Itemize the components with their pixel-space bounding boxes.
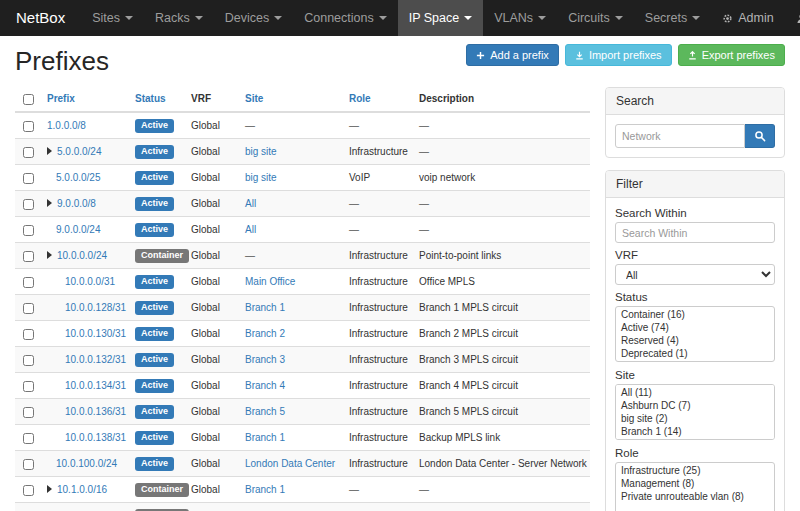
role-cell: — [341,112,411,139]
site-multiselect[interactable]: All (11)Ashburn DC (7)big site (2)Branch… [615,384,775,440]
row-checkbox[interactable] [23,199,34,210]
prefix-link[interactable]: 9.0.0.0/8 [57,198,96,209]
filter-option[interactable]: Reserved (4) [617,334,773,347]
nav-item-sites[interactable]: Sites [81,0,144,36]
column-header-label[interactable]: Role [349,93,371,104]
status-cell: Active [127,320,183,346]
site-link[interactable]: Branch 1 [245,484,285,495]
site-link[interactable]: big site [245,172,277,183]
nav-item-circuits[interactable]: Circuits [557,0,634,36]
nav-item-secrets[interactable]: Secrets [634,0,711,36]
prefix-link[interactable]: 1.0.0.0/8 [47,120,86,131]
prefix-link[interactable]: 10.0.0.136/31 [65,406,126,417]
prefix-link[interactable]: 10.0.0.132/31 [65,354,126,365]
export-prefixes-button[interactable]: Export prefixes [678,44,785,66]
site-link[interactable]: big site [245,146,277,157]
nav-item-admin[interactable]: Admin [711,0,784,36]
site-link[interactable]: All [245,224,256,235]
row-checkbox[interactable] [23,303,34,314]
app-brand[interactable]: NetBox [0,0,81,36]
prefix-link[interactable]: 10.0.0.0/31 [65,276,115,287]
role-cell: Infrastructure [341,242,411,268]
prefix-row: 10.0.0.128/31ActiveGlobalBranch 1Infrast… [15,294,590,320]
nav-item-profile[interactable]: Profile [785,0,800,36]
row-checkbox[interactable] [23,355,34,366]
site-link[interactable]: Main Office [245,276,295,287]
prefix-link[interactable]: 10.0.0.0/24 [57,250,107,261]
expand-toggle-icon[interactable] [47,251,52,259]
search-input[interactable] [615,124,745,148]
filter-option[interactable]: Branch 2 (10) [617,438,773,440]
row-checkbox[interactable] [23,121,34,132]
vrf-cell: Global [183,242,237,268]
column-header-label[interactable]: Status [135,93,166,104]
status-badge: Active [135,457,174,471]
nav-item-racks[interactable]: Racks [144,0,214,36]
filter-option[interactable]: Ashburn DC (7) [617,399,773,412]
search-within-input[interactable] [615,222,775,243]
filter-option[interactable]: Private unrouteable vlan (8) [617,490,773,503]
row-checkbox[interactable] [23,459,34,470]
filter-option[interactable]: Container (16) [617,308,773,321]
status-multiselect[interactable]: Container (16)Active (74)Reserved (4)Dep… [615,306,775,362]
import-prefixes-button[interactable]: Import prefixes [565,44,672,66]
row-checkbox[interactable] [23,277,34,288]
expand-toggle-icon[interactable] [47,147,52,155]
row-checkbox[interactable] [23,147,34,158]
prefix-cell: 10.0.0.130/31 [39,320,127,346]
row-checkbox[interactable] [23,225,34,236]
prefix-link[interactable]: 10.0.0.128/31 [65,302,126,313]
chevron-down-icon [464,16,472,20]
select-all-checkbox[interactable] [23,94,34,105]
nav-item-ip-space[interactable]: IP Space [398,0,484,36]
row-checkbox[interactable] [23,173,34,184]
row-checkbox[interactable] [23,433,34,444]
site-link[interactable]: Branch 2 [245,328,285,339]
search-button[interactable] [745,124,775,148]
column-header-label[interactable]: Site [245,93,263,104]
status-badge: Active [135,301,174,315]
nav-item-devices[interactable]: Devices [214,0,293,36]
site-link[interactable]: London Data Center [245,458,335,469]
site-link[interactable]: Branch 1 [245,432,285,443]
expand-toggle-icon[interactable] [47,199,52,207]
add-a-prefix-button[interactable]: Add a prefix [466,44,559,66]
filter-option[interactable]: Deprecated (1) [617,347,773,360]
site-link[interactable]: Branch 3 [245,354,285,365]
nav-item-connections[interactable]: Connections [293,0,398,36]
role-cell: Infrastructure [341,138,411,164]
filter-option[interactable]: All (11) [617,386,773,399]
row-checkbox[interactable] [23,381,34,392]
prefix-link[interactable]: 10.1.0.0/16 [57,484,107,495]
search-panel-title: Search [606,88,784,115]
vrf-select[interactable]: All [615,264,775,285]
row-checkbox[interactable] [23,251,34,262]
prefix-link[interactable]: 10.0.0.138/31 [65,432,126,443]
column-header-label[interactable]: Prefix [47,93,75,104]
role-multiselect[interactable]: Infrastructure (25)Management (8)Private… [615,462,775,511]
column-header-label: Description [419,93,474,104]
row-checkbox[interactable] [23,485,34,496]
filter-option[interactable]: Management (8) [617,477,773,490]
row-checkbox[interactable] [23,407,34,418]
prefix-link[interactable]: 9.0.0.0/24 [56,224,100,235]
prefix-link[interactable]: 10.0.100.0/24 [56,458,117,469]
site-link[interactable]: Branch 5 [245,406,285,417]
prefix-link[interactable]: 10.0.0.134/31 [65,380,126,391]
row-checkbox[interactable] [23,329,34,340]
filter-option[interactable]: Infrastructure (25) [617,464,773,477]
nav-item-vlans[interactable]: VLANs [483,0,557,36]
site-link[interactable]: All [245,198,256,209]
row-select-cell [15,164,39,190]
prefix-link[interactable]: 5.0.0.0/25 [56,172,100,183]
site-link[interactable]: Branch 4 [245,380,285,391]
expand-toggle-icon[interactable] [47,485,52,493]
filter-option[interactable]: big site (2) [617,412,773,425]
status-cell: Active [127,138,183,164]
prefix-link[interactable]: 5.0.0.0/24 [57,146,101,157]
site-cell: big site [237,138,341,164]
site-link[interactable]: Branch 1 [245,302,285,313]
filter-option[interactable]: Active (74) [617,321,773,334]
filter-option[interactable]: Branch 1 (14) [617,425,773,438]
prefix-link[interactable]: 10.0.0.130/31 [65,328,126,339]
